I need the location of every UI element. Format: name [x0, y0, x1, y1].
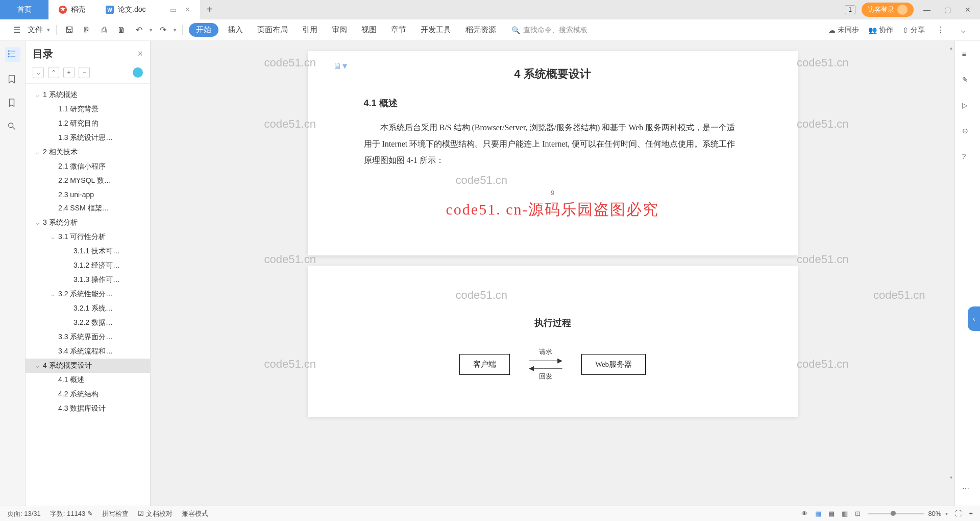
outline-rail-icon[interactable]: [5, 47, 20, 62]
menu-chapter[interactable]: 章节: [386, 23, 411, 37]
collapse-ribbon-icon[interactable]: ⌵: [957, 23, 970, 37]
page-indicator[interactable]: 页面: 13/31: [7, 509, 41, 518]
tab-bar: 首页 稻壳 W 论文.doc ▭ × + 1 访客登录 — ▢ ✕: [0, 0, 980, 19]
redo-icon[interactable]: ↷: [156, 23, 169, 37]
menu-daoke-resources[interactable]: 稻壳资源: [460, 23, 501, 37]
settings-rail-icon[interactable]: ⊝: [962, 127, 973, 138]
vertical-scrollbar[interactable]: ▴ ▾: [944, 41, 953, 506]
scroll-up-icon[interactable]: ▴: [950, 45, 952, 51]
eye-icon[interactable]: 👁: [801, 510, 808, 517]
outline-item[interactable]: 3.4 系统流程和…: [26, 344, 150, 359]
outline-item[interactable]: 4.3 数据库设计: [26, 401, 150, 416]
outline-item[interactable]: ⌵3.2 系统性能分…: [26, 287, 150, 301]
menu-references[interactable]: 引用: [297, 23, 323, 37]
compat-mode[interactable]: 兼容模式: [182, 509, 208, 518]
outline-item-label: 3.4 系统流程和…: [58, 347, 113, 355]
scroll-down-icon[interactable]: ▾: [950, 475, 952, 480]
outline-item-label: 1 系统概述: [43, 90, 78, 99]
window-count-badge[interactable]: 1: [845, 5, 855, 14]
spell-check[interactable]: 拼写检查: [102, 509, 129, 518]
outline-tree: ⌵1 系统概述1.1 研究背景1.2 研究目的1.3 系统设计思…⌵2 相关技术…: [26, 84, 150, 506]
close-icon[interactable]: ×: [185, 5, 189, 14]
zoom-slider[interactable]: [868, 513, 924, 514]
menu-view[interactable]: 视图: [356, 23, 382, 37]
outline-item[interactable]: 1.1 研究背景: [26, 102, 150, 116]
view-mode-read-icon[interactable]: ▤: [828, 510, 835, 517]
view-mode-outline-icon[interactable]: ⊡: [855, 510, 861, 517]
view-mode-page-icon[interactable]: ▦: [815, 510, 821, 517]
outline-item[interactable]: ⌵2 相关技术: [26, 145, 150, 159]
outline-item[interactable]: 3.2.1 系统…: [26, 301, 150, 316]
window-close-button[interactable]: ✕: [961, 6, 975, 14]
more-rail-icon[interactable]: ⋯: [962, 484, 973, 495]
menu-dev-tools[interactable]: 开发工具: [415, 23, 456, 37]
outline-item[interactable]: 3.3 系统界面分…: [26, 330, 150, 344]
outline-item[interactable]: 1.3 系统设计思…: [26, 131, 150, 145]
document-scroll[interactable]: 🗎▾ 4 系统概要设计 4.1 概述 本系统后台采用 B/S 结构 (Brows…: [151, 41, 954, 506]
save-icon[interactable]: 🖫: [63, 23, 76, 37]
menu-insert[interactable]: 插入: [223, 23, 248, 37]
right-expand-tab[interactable]: ‹: [968, 306, 980, 331]
hamburger-icon[interactable]: ☰: [10, 23, 23, 37]
tab-document[interactable]: W 论文.doc ▭ ×: [95, 0, 200, 19]
menu-review[interactable]: 审阅: [327, 23, 352, 37]
collab-button[interactable]: 👥协作: [868, 26, 893, 35]
more-icon[interactable]: ⋮: [934, 23, 947, 37]
outline-collapse-button[interactable]: ⌵: [33, 67, 44, 78]
outline-remove-button[interactable]: −: [79, 67, 90, 78]
outline-item[interactable]: 2.2 MYSQL 数…: [26, 174, 150, 188]
outline-item[interactable]: 3.1.1 技术可…: [26, 244, 150, 258]
fit-width-icon[interactable]: ⛶: [955, 510, 962, 517]
sync-status[interactable]: ☁未同步: [828, 26, 859, 35]
bookmark-rail-icon[interactable]: [7, 75, 18, 86]
outline-item-label: 2.4 SSM 框架…: [58, 204, 109, 212]
print-icon[interactable]: ⎙: [97, 23, 111, 37]
outline-expand-button[interactable]: ⌃: [48, 67, 59, 78]
word-count[interactable]: 字数: 11143 ✎: [50, 509, 93, 518]
outline-item[interactable]: ⌵4 系统概要设计: [26, 359, 150, 373]
search-rail-icon[interactable]: [7, 122, 18, 133]
outline-item[interactable]: 2.4 SSM 框架…: [26, 201, 150, 216]
login-button[interactable]: 访客登录: [862, 3, 914, 17]
help-rail-icon[interactable]: ?: [962, 152, 973, 163]
minimize-button[interactable]: —: [920, 6, 934, 14]
outline-item[interactable]: 3.1.2 经济可…: [26, 258, 150, 273]
print-preview-icon[interactable]: 🗎: [115, 23, 128, 37]
view-mode-web-icon[interactable]: ▥: [842, 510, 848, 517]
outline-item-label: 3.2.1 系统…: [74, 304, 113, 312]
paragraph-tool-icon[interactable]: 🗎▾: [333, 60, 347, 72]
outline-item[interactable]: 2.3 uni-app: [26, 188, 150, 201]
outline-item[interactable]: 4.2 系统结构: [26, 387, 150, 401]
new-tab-button[interactable]: +: [200, 4, 219, 15]
outline-add-button[interactable]: +: [63, 67, 75, 78]
doc-proofread[interactable]: ☑文档校对: [138, 509, 173, 518]
edit-icon: ✎: [87, 510, 93, 517]
outline-settings-badge[interactable]: [133, 67, 143, 78]
undo-icon[interactable]: ↶: [132, 23, 145, 37]
outline-item[interactable]: 3.1.3 操作可…: [26, 273, 150, 287]
menu-start[interactable]: 开始: [189, 23, 218, 37]
zoom-in-icon[interactable]: +: [969, 510, 973, 517]
bookmark2-rail-icon[interactable]: [7, 98, 18, 109]
zoom-value[interactable]: 80%: [928, 510, 941, 517]
outline-close-button[interactable]: ×: [137, 49, 143, 59]
pointer-rail-icon[interactable]: ▷: [962, 101, 973, 112]
menu-page-layout[interactable]: 页面布局: [252, 23, 293, 37]
outline-item[interactable]: ⌵3 系统分析: [26, 216, 150, 230]
share-button[interactable]: ⇧分享: [902, 26, 925, 35]
outline-item[interactable]: 4.1 概述: [26, 373, 150, 387]
outline-item[interactable]: 2.1 微信小程序: [26, 159, 150, 174]
outline-item[interactable]: ⌵1 系统概述: [26, 88, 150, 102]
maximize-button[interactable]: ▢: [940, 6, 954, 14]
save-as-icon[interactable]: ⎘: [80, 23, 93, 37]
pen-rail-icon[interactable]: ✎: [962, 76, 973, 87]
file-menu[interactable]: 文件: [28, 25, 43, 35]
format-rail-icon[interactable]: ≡: [962, 50, 973, 61]
outline-item[interactable]: ⌵3.1 可行性分析: [26, 230, 150, 244]
tab-daoke[interactable]: 稻壳: [48, 0, 95, 19]
outline-item[interactable]: 1.2 研究目的: [26, 116, 150, 131]
outline-item[interactable]: 3.2.2 数据…: [26, 316, 150, 330]
command-search[interactable]: 🔍 查找命令、搜索模板: [511, 26, 587, 35]
tab-home[interactable]: 首页: [0, 0, 48, 19]
tab-document-preview-icon[interactable]: ▭: [170, 6, 177, 14]
